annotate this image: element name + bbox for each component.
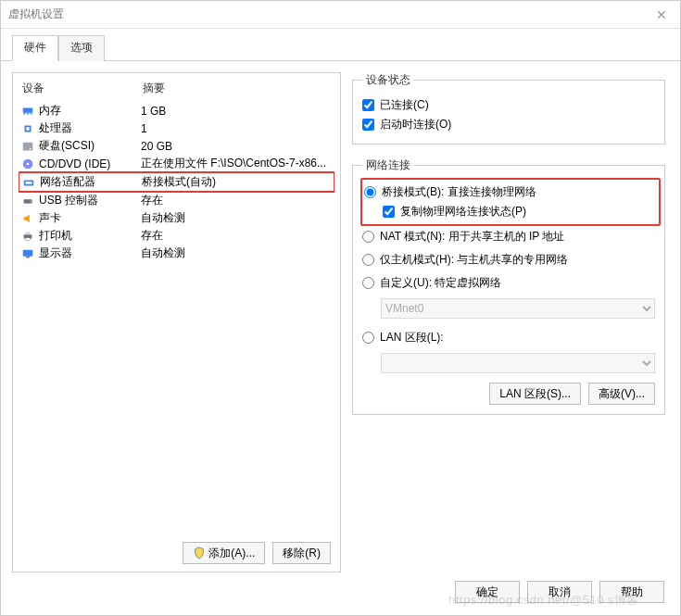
shield-icon — [193, 547, 206, 559]
lan-segment-radio[interactable] — [362, 332, 374, 344]
bridged-radio-row[interactable]: 桥接模式(B): 直接连接物理网络 — [364, 182, 653, 202]
device-summary: 正在使用文件 F:\ISO\CentOS-7-x86... — [141, 156, 333, 171]
replicate-checkbox[interactable] — [383, 206, 395, 218]
hardware-row-memory[interactable]: 内存1 GB — [19, 102, 334, 119]
header-summary: 摘要 — [143, 81, 331, 96]
cd-icon — [20, 157, 35, 171]
device-name: 打印机 — [39, 228, 141, 244]
device-name: 硬盘(SCSI) — [39, 138, 141, 154]
device-summary: 桥接模式(自动) — [142, 174, 332, 190]
svg-rect-0 — [23, 107, 33, 112]
device-name: 声卡 — [39, 210, 141, 226]
device-name: 网络适配器 — [40, 174, 142, 190]
advanced-button[interactable]: 高级(V)... — [588, 383, 655, 405]
remove-button[interactable]: 移除(R) — [272, 542, 331, 564]
hardware-row-sound[interactable]: 声卡自动检测 — [19, 209, 334, 227]
svg-rect-18 — [26, 256, 30, 258]
svg-rect-3 — [31, 112, 32, 114]
custom-vmnet-select[interactable]: VMnet0 — [381, 298, 655, 319]
device-state-legend: 设备状态 — [362, 72, 414, 88]
close-icon[interactable]: ✕ — [650, 7, 673, 22]
hardware-row-net[interactable]: 网络适配器桥接模式(自动) — [19, 171, 334, 193]
replicate-label: 复制物理网络连接状态(P) — [400, 204, 526, 220]
tab-bar: 硬件 选项 — [1, 29, 680, 61]
svg-rect-1 — [24, 112, 26, 114]
hardware-row-usb[interactable]: USB 控制器存在 — [19, 192, 334, 209]
device-name: 显示器 — [39, 245, 141, 261]
left-panel-buttons: 添加(A)... 移除(R) — [19, 534, 334, 566]
device-name: USB 控制器 — [39, 193, 141, 208]
hostonly-radio[interactable] — [362, 254, 374, 266]
device-summary: 存在 — [141, 193, 333, 208]
window-title: 虚拟机设置 — [8, 6, 650, 22]
network-connection-legend: 网络连接 — [362, 157, 414, 173]
header-device: 设备 — [22, 81, 143, 96]
right-panel: 设备状态 已连接(C) 启动时连接(O) 网络连接 桥接模式(B): 直接连接物… — [352, 72, 669, 572]
sound-icon — [20, 211, 35, 226]
nat-radio[interactable] — [362, 231, 374, 243]
svg-rect-16 — [25, 237, 30, 240]
device-name: 处理器 — [39, 120, 141, 136]
svg-rect-13 — [31, 200, 33, 203]
hardware-row-cd[interactable]: CD/DVD (IDE)正在使用文件 F:\ISO\CentOS-7-x86..… — [19, 155, 334, 172]
memory-icon — [20, 104, 35, 119]
lan-segments-button[interactable]: LAN 区段(S)... — [489, 383, 581, 405]
net-icon — [21, 175, 36, 190]
connect-at-power-checkbox[interactable] — [362, 119, 374, 131]
device-summary: 自动检测 — [141, 245, 333, 261]
connected-checkbox[interactable] — [362, 99, 374, 111]
list-header: 设备 摘要 — [19, 79, 334, 102]
device-name: CD/DVD (IDE) — [39, 157, 141, 170]
device-name: 内存 — [39, 103, 141, 119]
lan-segment-label: LAN 区段(L): — [380, 330, 444, 346]
svg-point-7 — [30, 147, 32, 149]
replicate-row[interactable]: 复制物理网络连接状态(P) — [364, 202, 653, 221]
add-button-label: 添加(A)... — [208, 547, 255, 559]
network-buttons: LAN 区段(S)... 高级(V)... — [362, 383, 655, 405]
dialog-buttons: 确定 取消 帮助 — [455, 581, 664, 603]
nat-label: NAT 模式(N): 用于共享主机的 IP 地址 — [380, 229, 564, 245]
connected-checkbox-row[interactable]: 已连接(C) — [362, 95, 655, 115]
hostonly-label: 仅主机模式(H): 与主机共享的专用网络 — [380, 252, 568, 268]
connect-at-power-label: 启动时连接(O) — [380, 117, 451, 132]
hardware-list[interactable]: 内存1 GB处理器1硬盘(SCSI)20 GBCD/DVD (IDE)正在使用文… — [19, 102, 334, 534]
device-summary: 1 GB — [141, 105, 333, 118]
device-summary: 1 — [141, 122, 333, 135]
svg-rect-6 — [23, 142, 33, 150]
custom-radio[interactable] — [362, 277, 374, 289]
tab-hardware[interactable]: 硬件 — [12, 35, 58, 61]
hardware-row-cpu[interactable]: 处理器1 — [19, 119, 334, 137]
nat-radio-row[interactable]: NAT 模式(N): 用于共享主机的 IP 地址 — [362, 227, 655, 246]
connect-at-power-row[interactable]: 启动时连接(O) — [362, 115, 655, 134]
device-summary: 自动检测 — [141, 210, 333, 226]
cpu-icon — [20, 121, 35, 136]
usb-icon — [20, 194, 35, 208]
bridged-radio[interactable] — [364, 186, 376, 198]
lan-segment-radio-row[interactable]: LAN 区段(L): — [362, 328, 655, 347]
hostonly-radio-row[interactable]: 仅主机模式(H): 与主机共享的专用网络 — [362, 250, 655, 270]
lan-segment-select[interactable] — [381, 353, 655, 373]
display-icon — [20, 246, 35, 261]
tab-options[interactable]: 选项 — [58, 35, 105, 61]
lan-select-wrap — [362, 351, 655, 379]
bridged-highlight: 桥接模式(B): 直接连接物理网络 复制物理网络连接状态(P) — [360, 178, 661, 226]
titlebar: 虚拟机设置 ✕ — [1, 1, 680, 29]
network-mode-radio-group: 桥接模式(B): 直接连接物理网络 复制物理网络连接状态(P) NAT 模式(N… — [362, 181, 655, 379]
network-connection-group: 网络连接 桥接模式(B): 直接连接物理网络 复制物理网络连接状态(P) NAT… — [352, 157, 665, 415]
custom-radio-row[interactable]: 自定义(U): 特定虚拟网络 — [362, 273, 655, 293]
bridged-label: 桥接模式(B): 直接连接物理网络 — [382, 184, 536, 200]
hardware-row-printer[interactable]: 打印机存在 — [19, 227, 334, 245]
svg-rect-2 — [27, 112, 29, 114]
connected-label: 已连接(C) — [380, 97, 429, 113]
printer-icon — [20, 229, 35, 244]
svg-rect-15 — [25, 232, 30, 234]
svg-rect-11 — [26, 182, 32, 184]
ok-button[interactable]: 确定 — [455, 581, 520, 603]
svg-rect-17 — [23, 249, 33, 256]
hardware-row-display[interactable]: 显示器自动检测 — [19, 245, 334, 262]
help-button[interactable]: 帮助 — [599, 581, 664, 603]
svg-rect-5 — [26, 127, 30, 131]
hardware-row-disk[interactable]: 硬盘(SCSI)20 GB — [19, 137, 334, 155]
add-button[interactable]: 添加(A)... — [183, 542, 265, 564]
cancel-button[interactable]: 取消 — [527, 581, 592, 603]
